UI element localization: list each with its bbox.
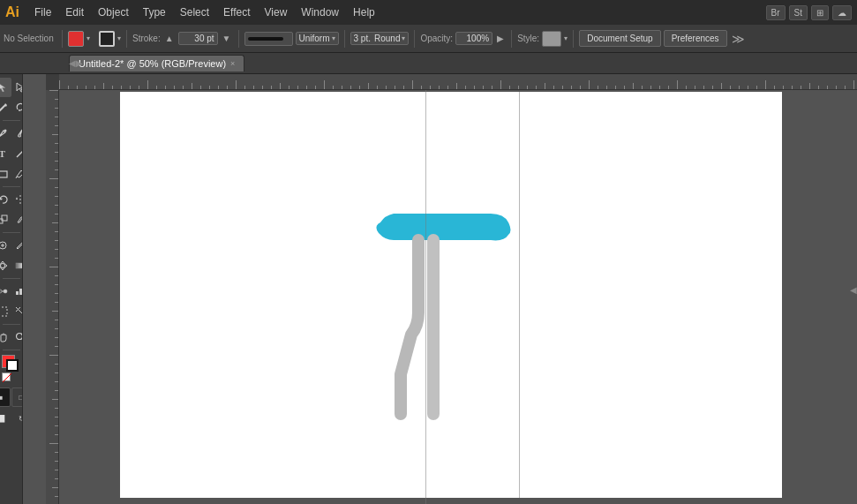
reflect-tool[interactable] [11, 190, 24, 209]
outline-view[interactable]: □ [11, 387, 23, 407]
menu-right-icons: Br St ⊞ ☁ [766, 5, 852, 20]
selection-tool[interactable] [0, 78, 11, 97]
tab-panel-toggle[interactable]: ◀▶ [69, 56, 76, 71]
stroke-input[interactable] [178, 32, 218, 45]
workspace-icon[interactable]: ⊞ [811, 5, 829, 20]
menu-view[interactable]: View [259, 4, 294, 20]
stroke-line-preview[interactable] [244, 32, 293, 46]
stock-icon[interactable]: St [789, 5, 808, 20]
paintbrush-tool[interactable] [11, 124, 24, 143]
artboard-tool[interactable] [0, 302, 11, 321]
none-swatch[interactable] [2, 372, 11, 381]
vertical-ruler [46, 90, 59, 504]
preferences-button[interactable]: Preferences [664, 30, 727, 47]
artboard-tools [0, 302, 23, 321]
stroke-type-dropdown[interactable]: Uniform▾ [296, 32, 339, 45]
selection-group: No Selection [4, 34, 56, 43]
opacity-expand[interactable]: ▶ [495, 34, 506, 43]
menu-type[interactable]: Type [137, 4, 172, 20]
svg-line-5 [16, 177, 17, 178]
eyedropper-tool[interactable] [11, 236, 24, 255]
lasso-tool[interactable] [11, 98, 24, 117]
cloud-icon[interactable]: ☁ [832, 5, 852, 20]
normal-view[interactable]: ■ [0, 387, 11, 407]
toolbar-options[interactable]: ≫ [730, 32, 747, 46]
svg-line-3 [17, 150, 24, 157]
menu-object[interactable]: Object [92, 4, 135, 20]
zoom-tool[interactable] [11, 327, 24, 347]
selection-tools [0, 78, 23, 97]
shear-tool[interactable] [11, 210, 24, 229]
doc-setup-button[interactable]: Document Setup [579, 30, 661, 47]
direct-selection-tool[interactable] [11, 78, 24, 97]
mesh-tool[interactable] [0, 256, 11, 275]
app-logo: Ai [5, 4, 19, 20]
stroke-color[interactable] [99, 31, 115, 47]
type-tools: T [0, 144, 23, 163]
fill-chevron[interactable]: ▾ [86, 34, 90, 42]
menu-effect[interactable]: Effect [217, 4, 256, 20]
stroke-down[interactable]: ▼ [221, 34, 233, 43]
tab-title: Untitled-2* @ 50% (RGB/Preview) [79, 58, 226, 69]
tab-close[interactable]: × [230, 59, 235, 68]
svg-rect-13 [16, 263, 24, 268]
svg-point-15 [4, 290, 7, 293]
svg-line-23 [3, 373, 11, 382]
fill-color[interactable] [68, 31, 84, 47]
pen-tool[interactable] [0, 124, 11, 143]
document-canvas [120, 92, 782, 498]
menu-file[interactable]: File [28, 4, 57, 20]
hand-tool[interactable] [0, 327, 11, 347]
menu-help[interactable]: Help [347, 4, 381, 20]
menu-window[interactable]: Window [295, 4, 345, 20]
main-area: T [0, 74, 857, 504]
style-chevron[interactable]: ▾ [564, 34, 568, 42]
horizontal-ruler [46, 74, 857, 90]
blue-top-piece [376, 214, 510, 240]
color-group: ▾ ▾ [68, 31, 121, 47]
color-swatches [2, 355, 21, 381]
menu-bar: Ai File Edit Object Type Select Effect V… [0, 0, 857, 25]
paint-live-trace[interactable] [0, 236, 11, 255]
svg-point-14 [0, 290, 2, 293]
fullscreen-mode[interactable]: ↻ [11, 409, 23, 428]
svg-rect-17 [16, 291, 19, 295]
pencil-tool[interactable] [11, 164, 24, 184]
style-swatch[interactable] [542, 31, 561, 47]
rect-tool[interactable] [0, 164, 11, 184]
svg-marker-8 [16, 197, 18, 199]
document-tab[interactable]: Untitled-2* @ 50% (RGB/Preview) × [69, 55, 244, 71]
gradient-tool[interactable] [11, 256, 24, 275]
shape-tools [0, 164, 23, 184]
type-tool[interactable]: T [0, 144, 11, 163]
pen-tools [0, 124, 23, 143]
cap-dropdown[interactable]: 3 pt. Round ▾ [350, 32, 410, 45]
stroke-line-group: Uniform▾ [244, 32, 339, 46]
bridge-icon[interactable]: Br [766, 5, 786, 20]
stroke-swatch[interactable] [6, 359, 19, 372]
column-graph-tool[interactable] [11, 282, 24, 301]
svg-rect-18 [19, 289, 22, 295]
menu-edit[interactable]: Edit [59, 4, 90, 20]
svg-rect-4 [0, 171, 7, 177]
opacity-label: Opacity: [420, 34, 453, 43]
screen-mode[interactable]: ⬜ [0, 409, 11, 428]
line-tool[interactable] [11, 144, 24, 163]
stroke-up[interactable]: ▲ [163, 34, 176, 43]
menu-select[interactable]: Select [174, 4, 215, 20]
magic-wand-tool[interactable] [0, 98, 11, 117]
opacity-input[interactable] [455, 32, 492, 45]
style-label: Style: [517, 34, 539, 43]
rotate-tools [0, 190, 23, 209]
rotate-tool[interactable] [0, 190, 11, 209]
blend-tool[interactable] [0, 282, 11, 301]
scale-tool[interactable] [0, 210, 11, 229]
drawing-svg [120, 92, 782, 498]
stroke-chevron[interactable]: ▾ [117, 34, 121, 42]
svg-line-0 [0, 105, 5, 111]
screen-modes: ⬜ ↻ [0, 409, 23, 428]
panel-arrow[interactable]: ◀ [850, 284, 857, 294]
slice-tool[interactable] [11, 302, 24, 321]
view-modes: ■ □ [0, 387, 23, 407]
mesh-tools [0, 256, 23, 275]
